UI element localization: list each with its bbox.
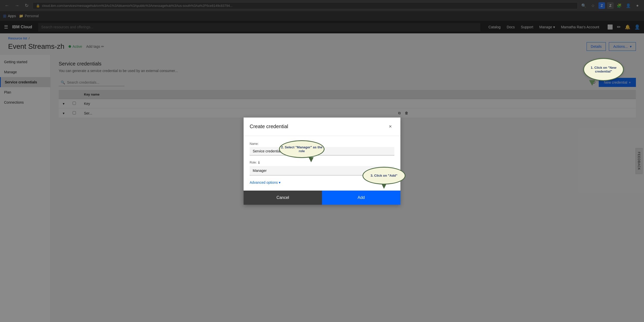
role-label: Role:: [250, 161, 257, 164]
cancel-button[interactable]: Cancel: [244, 191, 322, 205]
modal-header: Create credential ×: [244, 118, 400, 136]
create-credential-modal: 2. Select "Manager" as the role 3. Click…: [244, 118, 400, 205]
callout-add: 3. Click on "Add": [362, 167, 405, 185]
role-info-icon[interactable]: ℹ: [258, 160, 260, 165]
modal-footer: Cancel Add: [244, 191, 400, 205]
advanced-options-chevron-icon: ▾: [279, 180, 281, 185]
callout-new-credential: 1. Click on "New credential": [583, 58, 624, 81]
add-button[interactable]: Add: [322, 191, 400, 205]
callout-select-manager: 2. Select "Manager" as the role: [279, 140, 325, 158]
modal-title: Create credential: [250, 124, 288, 129]
callout-3-text: 3. Click on "Add": [371, 174, 397, 177]
modal-close-button[interactable]: ×: [386, 123, 394, 131]
modal-overlay: 2. Select "Manager" as the role 3. Click…: [0, 0, 644, 322]
callout-2-text: 2. Select "Manager" as the role: [280, 145, 324, 153]
callout-1-text: 1. Click on "New credential": [584, 66, 623, 73]
advanced-options-label: Advanced options: [250, 180, 278, 185]
role-label-row: Role: ℹ: [250, 160, 394, 165]
